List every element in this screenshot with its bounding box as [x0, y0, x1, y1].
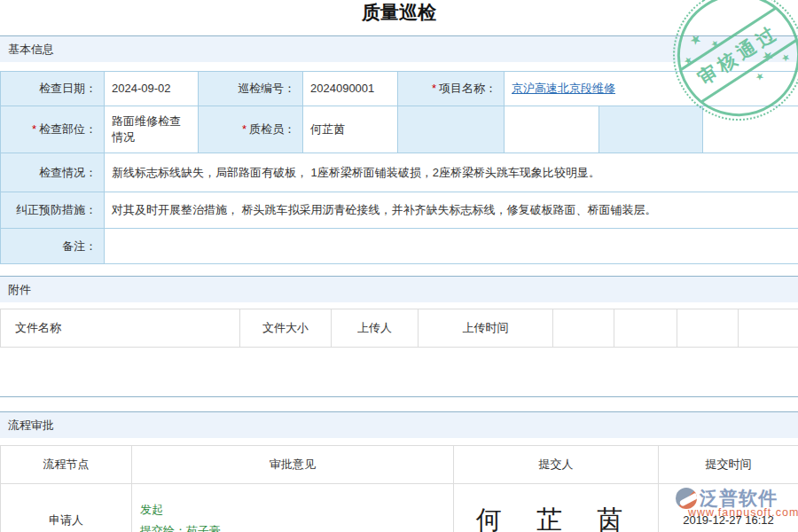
empty-header-cell — [677, 309, 739, 348]
flow-action-text: 发起 — [140, 499, 453, 520]
attachments-header-row: 文件名称 文件大小 上传人 上传时间 — [1, 309, 798, 348]
submit-time-text: 2019-12-27 16:12 — [683, 513, 774, 527]
submit-time-cell: 2019-12-27 16:12 — [659, 484, 798, 532]
inspector-label: *质检员： — [199, 106, 303, 153]
value-text: 何芷茵 — [310, 122, 345, 136]
empty-label-cell — [599, 106, 703, 153]
situation-value: 新线标志标线缺失，局部路面有破板， 1座桥梁桥面铺装破损，2座桥梁桥头跳车现象比… — [105, 153, 798, 192]
patrol-no-label: 巡检编号： — [199, 72, 303, 106]
situation-label: 检查情况： — [1, 153, 105, 192]
label-text: 检查情况： — [39, 166, 97, 179]
flow-node-cell: 申请人 — [1, 484, 132, 532]
project-name-label: *项目名称： — [398, 72, 505, 106]
label-text: 纠正预防措施： — [16, 203, 97, 216]
label-text: 巡检编号： — [238, 82, 295, 95]
remark-value — [105, 229, 798, 264]
label-text: 检查日期： — [39, 82, 97, 95]
section-header-basic-info: 基本信息 — [0, 35, 798, 62]
value-text: 新线标志标线缺失，局部路面有破板， 1座桥梁桥面铺装破损，2座桥梁桥头跳车现象比… — [112, 166, 600, 179]
basic-info-table: 检查日期： 2024-09-02 巡检编号： 2024090001 *项目名称：… — [0, 71, 798, 264]
empty-label-cell — [398, 106, 505, 153]
remark-label: 备注： — [1, 229, 105, 264]
label-text: 项目名称： — [439, 82, 497, 95]
flow-node-text: 申请人 — [49, 513, 83, 527]
empty-header-cell — [553, 309, 614, 348]
label-text: 质检员： — [249, 122, 295, 136]
inspector-value: 何芷茵 — [303, 106, 398, 153]
measures-label: 纠正预防措施： — [1, 192, 105, 229]
approval-header-row: 流程节点 审批意见 提交人 提交时间 — [1, 446, 798, 484]
flow-submit-to-text: 提交给：苑子豪 — [140, 520, 453, 532]
value-text: 2024-09-02 — [112, 82, 171, 95]
col-header-file-name: 文件名称 — [1, 309, 240, 348]
approval-table: 流程节点 审批意见 提交人 提交时间 申请人 发起 提交给：苑子豪 何 芷 茵 … — [0, 445, 798, 532]
submitter-signature: 何 芷 茵 — [476, 505, 636, 532]
section-header-approval: 流程审批 — [0, 411, 798, 438]
submitter-cell: 何 芷 茵 — [454, 484, 659, 532]
check-date-label: 检查日期： — [1, 72, 105, 106]
col-header-uploader: 上传人 — [332, 309, 419, 348]
label-text: 备注： — [62, 239, 97, 253]
check-date-value: 2024-09-02 — [105, 72, 199, 106]
empty-value-cell — [505, 106, 599, 153]
check-part-label: *检查部位： — [1, 106, 105, 153]
table-row: *检查部位： 路面维修检查情况 *质检员： 何芷茵 — [1, 106, 798, 153]
section-header-attachments: 附件 — [0, 276, 798, 302]
label-text: 检查部位： — [39, 122, 97, 136]
col-header-approval-opinion: 审批意见 — [132, 446, 454, 484]
approval-opinion-cell: 发起 提交给：苑子豪 — [132, 484, 454, 532]
required-mark: * — [32, 122, 36, 136]
required-mark: * — [242, 122, 246, 136]
measures-value: 对其及时开展整治措施， 桥头跳车拟采用沥青砼接线，并补齐缺失标志标线，修复破板路… — [105, 192, 798, 229]
required-mark: * — [432, 82, 436, 95]
value-text: 2024090001 — [310, 82, 374, 95]
check-part-value: 路面维修检查情况 — [105, 106, 199, 153]
value-text: 对其及时开展整治措施， 桥头跳车拟采用沥青砼接线，并补齐缺失标志标线，修复破板路… — [112, 203, 657, 216]
col-header-upload-time: 上传时间 — [419, 309, 553, 348]
col-header-submit-time: 提交时间 — [659, 446, 798, 484]
section-title-basic-info: 基本信息 — [8, 42, 54, 58]
project-link[interactable]: 京沪高速北京段维修 — [512, 82, 615, 95]
approval-row-applicant: 申请人 发起 提交给：苑子豪 何 芷 茵 2019-12-27 16:12 — [1, 484, 798, 532]
attachments-table: 文件名称 文件大小 上传人 上传时间 — [0, 309, 798, 348]
table-row: 纠正预防措施： 对其及时开展整治措施， 桥头跳车拟采用沥青砼接线，并补齐缺失标志… — [1, 192, 798, 229]
section-title-approval: 流程审批 — [8, 418, 54, 434]
empty-header-cell — [739, 309, 798, 348]
section-title-attachments: 附件 — [8, 282, 31, 298]
col-header-file-size: 文件大小 — [240, 309, 332, 348]
table-row: 检查日期： 2024-09-02 巡检编号： 2024090001 *项目名称：… — [1, 72, 798, 106]
col-header-submitter: 提交人 — [454, 446, 659, 484]
project-name-value: 京沪高速北京段维修 — [505, 72, 798, 106]
page-title: 质量巡检 — [0, 0, 798, 24]
attachments-empty-body — [0, 348, 798, 397]
empty-value-cell — [703, 106, 798, 153]
table-row: 检查情况： 新线标志标线缺失，局部路面有破板， 1座桥梁桥面铺装破损，2座桥梁桥… — [1, 153, 798, 192]
value-text: 路面维修检查情况 — [112, 114, 181, 144]
table-row: 备注： — [1, 229, 798, 264]
col-header-flow-node: 流程节点 — [1, 446, 132, 484]
patrol-no-value: 2024090001 — [303, 72, 398, 106]
empty-header-cell — [614, 309, 677, 348]
